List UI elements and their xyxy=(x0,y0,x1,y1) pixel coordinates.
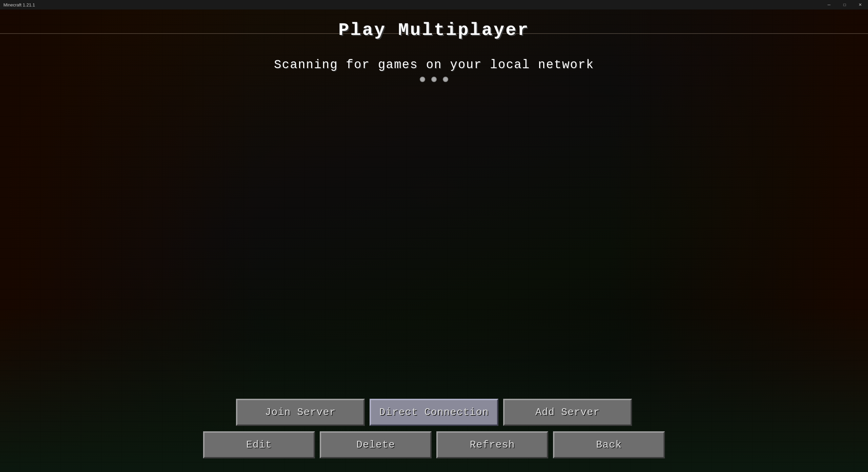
close-button[interactable]: ✕ xyxy=(852,0,868,9)
titlebar: Minecraft 1.21.1 ─ □ ✕ xyxy=(0,0,868,9)
back-button[interactable]: Back xyxy=(553,431,665,458)
scanning-section: Scanning for games on your local network xyxy=(274,58,594,82)
refresh-button[interactable]: Refresh xyxy=(436,431,548,458)
button-row-2: Edit Delete Refresh Back xyxy=(203,431,665,458)
scan-dot-1 xyxy=(420,77,425,82)
scan-dot-2 xyxy=(431,77,437,82)
button-row-1: Join Server Direct Connection Add Server xyxy=(236,399,632,426)
scanning-text: Scanning for games on your local network xyxy=(274,58,594,72)
screen-title: Play Multiplayer xyxy=(338,20,529,40)
titlebar-controls: ─ □ ✕ xyxy=(821,0,868,9)
scanning-dots xyxy=(420,77,448,82)
scan-dot-3 xyxy=(443,77,448,82)
delete-button[interactable]: Delete xyxy=(320,431,432,458)
edit-button[interactable]: Edit xyxy=(203,431,315,458)
main-content: Play Multiplayer Scanning for games on y… xyxy=(0,9,868,472)
titlebar-title: Minecraft 1.21.1 xyxy=(3,2,35,7)
minimize-button[interactable]: ─ xyxy=(821,0,837,9)
buttons-area: Join Server Direct Connection Add Server… xyxy=(0,399,868,458)
add-server-button[interactable]: Add Server xyxy=(503,399,632,426)
join-server-button[interactable]: Join Server xyxy=(236,399,365,426)
maximize-button[interactable]: □ xyxy=(837,0,852,9)
direct-connection-button[interactable]: Direct Connection xyxy=(370,399,498,426)
